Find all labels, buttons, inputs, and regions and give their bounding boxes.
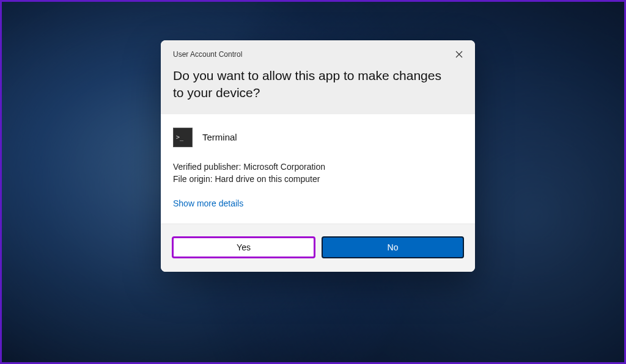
no-button[interactable]: No xyxy=(322,236,464,258)
app-name: Terminal xyxy=(202,132,237,142)
dialog-question: Do you want to allow this app to make ch… xyxy=(173,67,463,102)
file-origin-line: File origin: Hard drive on this computer xyxy=(173,173,463,185)
dialog-title: User Account Control xyxy=(173,50,463,59)
dialog-footer: Yes No xyxy=(161,224,475,272)
dialog-header: User Account Control Do you want to allo… xyxy=(161,40,475,114)
close-icon xyxy=(455,49,463,60)
uac-dialog: User Account Control Do you want to allo… xyxy=(161,40,475,272)
publisher-line: Verified publisher: Microsoft Corporatio… xyxy=(173,161,463,173)
dialog-body: >_ Terminal Verified publisher: Microsof… xyxy=(161,114,475,224)
show-more-details-link[interactable]: Show more details xyxy=(173,198,243,208)
yes-button[interactable]: Yes xyxy=(172,236,315,258)
close-button[interactable] xyxy=(452,48,466,62)
app-info-row: >_ Terminal xyxy=(173,128,463,147)
terminal-icon: >_ xyxy=(173,128,193,147)
